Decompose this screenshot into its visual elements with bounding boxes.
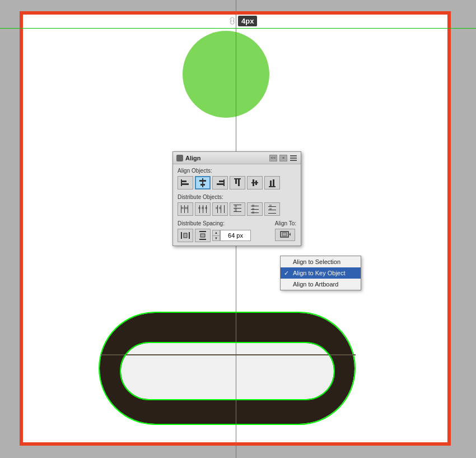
svg-rect-22 xyxy=(184,205,185,213)
canvas-area: ⬍ 4px Align << × xyxy=(0,0,476,458)
svg-rect-37 xyxy=(234,205,241,205)
guide-horizontal xyxy=(0,28,476,29)
dropdown-item-align-key-object[interactable]: Align to Key Object xyxy=(281,267,361,279)
panel-close-button[interactable]: × xyxy=(279,155,287,161)
align-top-button[interactable] xyxy=(230,176,245,189)
dist-horiz-space-button[interactable] xyxy=(178,229,193,242)
distribute-objects-row xyxy=(178,202,296,216)
svg-rect-60 xyxy=(282,233,287,236)
svg-rect-55 xyxy=(184,233,187,238)
svg-rect-15 xyxy=(251,182,258,183)
stepper-up-button[interactable]: ▲ xyxy=(213,230,220,236)
svg-rect-35 xyxy=(216,207,217,209)
svg-rect-30 xyxy=(202,207,204,209)
svg-rect-51 xyxy=(269,205,272,206)
spacing-value-input[interactable]: 64 px xyxy=(220,230,251,241)
svg-rect-54 xyxy=(189,232,190,239)
svg-rect-29 xyxy=(198,207,200,209)
svg-rect-49 xyxy=(268,210,276,210)
svg-rect-16 xyxy=(253,179,254,186)
panel-collapse-icon: << xyxy=(270,155,276,160)
dist-center-h-button[interactable] xyxy=(195,202,211,216)
panel-close-icon: × xyxy=(282,155,285,160)
svg-rect-52 xyxy=(269,208,272,210)
distribute-spacing-label: Distribute Spacing: xyxy=(178,220,251,226)
dropdown-item-label: Align to Selection xyxy=(293,258,340,265)
align-middle-v-button[interactable] xyxy=(247,176,263,189)
align-to-dropdown-icon xyxy=(279,230,291,240)
dist-center-v-button[interactable] xyxy=(247,202,263,216)
align-to-dropdown[interactable] xyxy=(275,229,295,241)
pill-inner-selection xyxy=(120,342,335,400)
svg-rect-21 xyxy=(181,205,181,213)
svg-rect-40 xyxy=(235,205,237,207)
svg-rect-24 xyxy=(181,207,184,209)
align-middle-v-icon xyxy=(250,178,260,188)
dist-right-icon xyxy=(215,204,225,214)
svg-rect-46 xyxy=(252,208,254,210)
align-center-h-icon xyxy=(198,178,208,188)
svg-rect-48 xyxy=(268,206,276,207)
svg-rect-11 xyxy=(217,183,223,185)
panel-controls: << × xyxy=(269,154,297,162)
svg-rect-33 xyxy=(221,205,221,213)
svg-rect-34 xyxy=(224,205,225,213)
move-label: 4px xyxy=(238,16,257,26)
svg-rect-17 xyxy=(255,181,257,185)
dropdown-item-label: Align to Key Object xyxy=(293,270,346,276)
svg-rect-5 xyxy=(182,183,189,185)
dist-bottom-button[interactable] xyxy=(264,202,280,216)
stepper-down-button[interactable]: ▼ xyxy=(213,236,220,241)
svg-rect-3 xyxy=(181,179,182,186)
dist-center-h-icon xyxy=(198,204,208,214)
svg-rect-9 xyxy=(223,179,225,186)
panel-titlebar: Align << × xyxy=(173,152,301,164)
svg-marker-61 xyxy=(289,233,291,236)
svg-rect-31 xyxy=(205,207,207,209)
svg-rect-6 xyxy=(202,178,203,187)
hamburger-icon xyxy=(290,155,297,161)
dropdown-item-align-selection[interactable]: Align to Selection xyxy=(281,256,361,267)
dist-bottom-icon xyxy=(267,204,277,214)
svg-rect-10 xyxy=(219,181,223,182)
align-left-button[interactable] xyxy=(178,176,193,189)
dropdown-item-label: Align to Artboard xyxy=(293,281,338,288)
panel-body: Align Objects: xyxy=(173,164,301,246)
svg-rect-14 xyxy=(238,179,240,186)
panel-collapse-button[interactable]: << xyxy=(269,155,277,161)
align-panel-icon xyxy=(176,155,183,161)
svg-rect-20 xyxy=(273,179,274,186)
move-arrow-icon: ⬍ xyxy=(228,16,236,26)
svg-rect-41 xyxy=(235,209,237,212)
align-to-dropdown-menu: Align to Selection Align to Key Object A… xyxy=(280,256,361,290)
svg-rect-50 xyxy=(268,213,276,214)
svg-rect-47 xyxy=(252,211,254,214)
svg-rect-57 xyxy=(199,239,206,240)
align-left-icon xyxy=(180,178,190,188)
align-top-icon xyxy=(232,178,242,188)
svg-rect-32 xyxy=(217,205,218,213)
dist-right-button[interactable] xyxy=(212,202,228,216)
svg-rect-7 xyxy=(199,180,206,182)
svg-rect-1 xyxy=(290,158,297,159)
spacing-stepper[interactable]: ▲ ▼ xyxy=(212,230,220,241)
align-center-h-button[interactable] xyxy=(195,176,211,189)
dist-top-button[interactable] xyxy=(230,202,245,216)
dist-horiz-space-icon xyxy=(180,230,190,240)
svg-rect-4 xyxy=(182,181,186,182)
align-bottom-button[interactable] xyxy=(264,176,280,189)
svg-rect-38 xyxy=(234,208,241,209)
distribute-objects-label: Distribute Objects: xyxy=(178,194,296,200)
svg-rect-25 xyxy=(185,207,188,209)
dist-vert-space-button[interactable] xyxy=(195,229,211,242)
align-right-button[interactable] xyxy=(212,176,228,189)
dropdown-item-align-artboard[interactable]: Align to Artboard xyxy=(281,279,361,290)
svg-rect-12 xyxy=(234,178,241,179)
svg-rect-0 xyxy=(290,155,297,156)
panel-menu-button[interactable] xyxy=(290,154,297,162)
dist-left-icon xyxy=(180,204,190,214)
dist-left-button[interactable] xyxy=(178,202,193,216)
dist-vert-space-icon xyxy=(198,230,208,240)
svg-rect-13 xyxy=(235,179,237,184)
align-panel: Align << × Align Obj xyxy=(172,151,301,246)
